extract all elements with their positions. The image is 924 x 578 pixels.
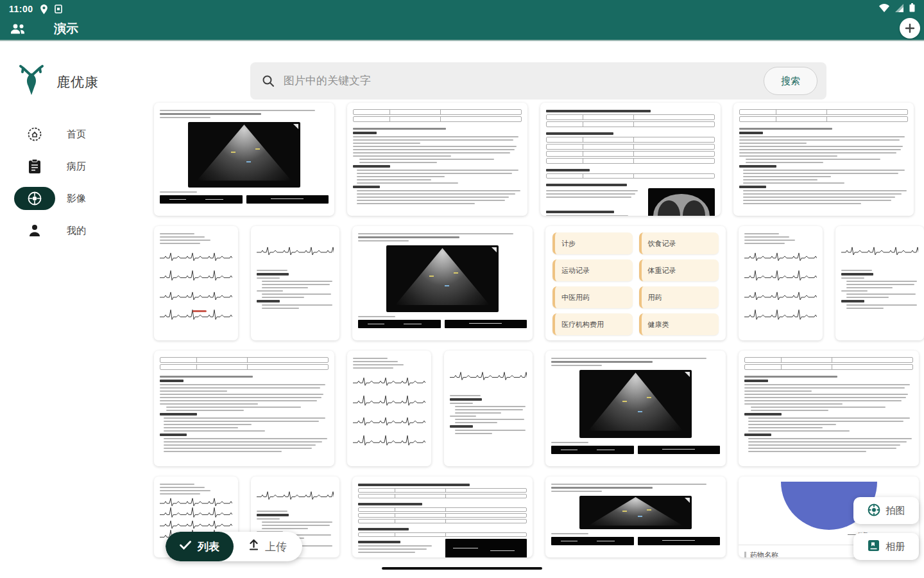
skeleton-line <box>748 441 907 442</box>
upload-button[interactable]: 上传 <box>234 532 302 561</box>
skeleton-line <box>450 416 476 417</box>
measurement-strips <box>551 446 720 454</box>
skeleton-line <box>353 361 398 362</box>
skeleton-line <box>841 300 864 302</box>
ecg-waveform <box>353 371 425 450</box>
skeleton-line <box>160 236 205 238</box>
category-button: 饮食记录 <box>639 232 719 254</box>
album-label: 相册 <box>886 541 905 553</box>
skeleton-line <box>160 376 253 378</box>
skeleton-line <box>546 211 614 213</box>
table-row <box>160 364 329 370</box>
skeleton-line <box>358 233 513 234</box>
skeleton-line <box>160 387 320 389</box>
sidebar-item-home[interactable]: 首页 <box>0 118 151 150</box>
skeleton-line <box>450 398 482 401</box>
upload-label: 上传 <box>265 539 287 554</box>
skeleton-line <box>359 159 494 160</box>
ecg-thumbnail[interactable] <box>739 226 823 340</box>
ultrasound-thumbnail[interactable] <box>545 477 726 557</box>
upload-arrow-icon <box>249 539 259 554</box>
add-button[interactable] <box>900 18 920 39</box>
gesture-navigation-bar[interactable] <box>382 567 542 570</box>
ultrasound-thumbnail[interactable] <box>154 103 334 216</box>
skeleton-line <box>744 380 768 382</box>
sidebar-item-label: 病历 <box>67 161 86 173</box>
ultrasound-image <box>188 122 300 188</box>
skeleton-line <box>841 277 864 279</box>
skeleton-line <box>257 277 280 279</box>
skeleton-line <box>744 387 905 389</box>
skeleton-line <box>358 552 415 553</box>
skeleton-line <box>846 287 893 288</box>
skeleton-line <box>262 528 308 529</box>
ecgreport-thumbnail[interactable] <box>251 226 339 340</box>
table-row <box>358 513 527 518</box>
skeleton-line <box>164 448 312 449</box>
search-button[interactable]: 搜索 <box>764 67 817 95</box>
ecgreport-thumbnail[interactable] <box>444 351 533 466</box>
skeleton-line <box>166 407 301 408</box>
ecgreport-thumbnail[interactable] <box>835 226 924 340</box>
search-input[interactable] <box>284 74 764 87</box>
ecg-thumbnail[interactable] <box>154 226 238 340</box>
skeleton-line <box>262 525 330 526</box>
screenshot-icon <box>55 4 62 13</box>
textdoc-thumbnail[interactable] <box>739 351 919 466</box>
skeleton-line <box>743 203 861 204</box>
skeleton-line <box>160 117 210 118</box>
home-icon <box>14 123 55 146</box>
ctreport-thumbnail[interactable] <box>540 103 721 216</box>
skeleton-line <box>743 182 844 184</box>
skeleton-line <box>841 273 873 276</box>
skeleton-line <box>546 197 631 198</box>
take-photo-button[interactable]: 拍图 <box>853 497 919 524</box>
skeleton-line <box>353 149 515 150</box>
view-toggle: 列表 上传 <box>166 532 302 561</box>
skeleton-line <box>160 403 258 405</box>
battery-icon <box>909 3 915 15</box>
table-row <box>358 519 527 523</box>
ecg-thumbnail[interactable] <box>347 351 431 466</box>
skeleton-line <box>744 243 785 244</box>
sidebar-item-imaging[interactable]: 影像 <box>0 182 151 215</box>
skeleton-line <box>546 110 651 112</box>
skeleton-line <box>164 421 319 422</box>
list-view-button[interactable]: 列表 <box>166 532 234 561</box>
skeleton-line <box>739 155 837 157</box>
camera-aperture-icon <box>14 187 55 210</box>
skeleton-line <box>744 240 795 241</box>
sidebar-item-label: 首页 <box>67 128 86 141</box>
skeleton-line <box>748 427 823 428</box>
table-row <box>358 532 527 537</box>
sidebar-item-label: 我的 <box>67 225 86 237</box>
sidebar-item-records[interactable]: 病历 <box>0 150 151 182</box>
tabledoc-thumbnail[interactable] <box>352 477 533 557</box>
skeleton-line <box>353 152 510 153</box>
ultrasound-thumbnail[interactable] <box>352 226 533 340</box>
sidebar-item-mine[interactable]: 我的 <box>0 215 151 247</box>
skeleton-line <box>164 438 327 439</box>
categories-thumbnail[interactable]: 计步饮食记录运动记录体重记录中医用药用药医疗机构费用健康类 <box>545 226 726 340</box>
brand-name: 鹿优康 <box>56 73 99 91</box>
skeleton-line <box>744 403 843 405</box>
skeleton-line <box>744 384 910 385</box>
skeleton-line <box>450 403 473 404</box>
skeleton-line <box>743 170 905 171</box>
people-icon[interactable] <box>10 23 27 35</box>
skeleton-line <box>744 413 782 416</box>
textdoc-thumbnail[interactable] <box>347 103 527 216</box>
page-title: 演示 <box>54 21 78 37</box>
album-button[interactable]: 相册 <box>853 533 919 560</box>
ultrasound-thumbnail[interactable] <box>545 351 726 466</box>
textdoc-thumbnail[interactable] <box>733 103 914 216</box>
skeleton-line <box>744 376 837 378</box>
skeleton-line <box>359 162 437 163</box>
category-grid: 计步饮食记录运动记录体重记录中医用药用药医疗机构费用健康类 <box>551 231 720 337</box>
skeleton-line <box>739 165 776 168</box>
skeleton-line <box>743 197 895 198</box>
skeleton-line <box>353 186 380 188</box>
textdoc-thumbnail[interactable] <box>154 351 334 466</box>
skeleton-line <box>744 434 771 436</box>
skeleton-line <box>846 297 889 298</box>
